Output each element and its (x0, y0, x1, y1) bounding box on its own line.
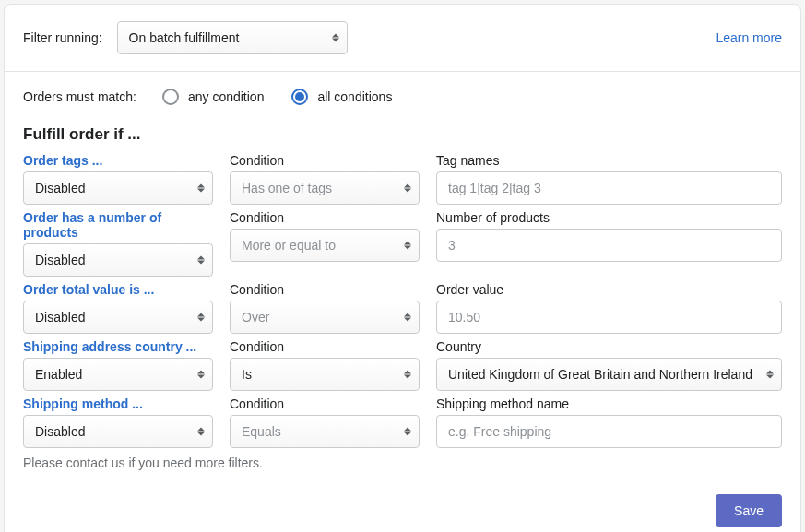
footer: Save (23, 494, 782, 527)
filter-row-total-value: Order total value is ... Disabled Condit… (23, 282, 782, 334)
save-button[interactable]: Save (716, 494, 782, 527)
filter-running-select[interactable]: On batch fulfillment (117, 21, 348, 54)
settings-card: Filter running: On batch fulfillment Lea… (4, 4, 801, 532)
condition-label: Condition (230, 339, 420, 354)
filter-running-group: Filter running: On batch fulfillment (23, 21, 348, 54)
enabled-select[interactable]: Disabled (23, 243, 213, 277)
updown-icon (197, 313, 205, 322)
learn-more-link[interactable]: Learn more (716, 30, 782, 45)
filter-title-link[interactable]: Order tags ... (23, 153, 213, 168)
condition-label: Condition (230, 282, 420, 297)
updown-icon (404, 184, 411, 193)
filter-row-shipping-country: Shipping address country ... Enabled Con… (23, 339, 782, 391)
radio-any-condition[interactable]: any condition (162, 89, 265, 105)
radio-all-conditions[interactable]: all conditions (291, 89, 392, 105)
filter-title-link[interactable]: Shipping method ... (23, 396, 213, 411)
section-title: Fulfill order if ... (23, 125, 782, 144)
filter-row-shipping-method: Shipping method ... Disabled Condition E… (23, 396, 782, 448)
condition-select[interactable]: Over (230, 301, 420, 334)
updown-icon (404, 428, 411, 436)
tag-names-input[interactable] (436, 171, 782, 205)
help-text: Please contact us if you need more filte… (23, 455, 782, 470)
match-radio-group: any condition all conditions (162, 89, 392, 105)
country-select[interactable]: United Kingdom of Great Britain and Nort… (436, 358, 782, 391)
filter-running-value: On batch fulfillment (129, 30, 240, 45)
value-label: Number of products (436, 210, 782, 225)
filter-title-link[interactable]: Shipping address country ... (23, 339, 213, 354)
updown-icon (404, 242, 411, 250)
card-body: Orders must match: any condition all con… (5, 72, 800, 532)
condition-label: Condition (230, 396, 420, 411)
filter-row-order-tags: Order tags ... Disabled Condition Has on… (23, 153, 782, 205)
filter-title-link[interactable]: Order total value is ... (23, 282, 213, 297)
value-label: Order value (436, 282, 782, 297)
radio-icon (162, 89, 179, 105)
card-header: Filter running: On batch fulfillment Lea… (5, 5, 800, 72)
condition-label: Condition (230, 153, 420, 168)
updown-icon (332, 34, 339, 42)
updown-icon (766, 371, 774, 379)
radio-all-label: all conditions (317, 89, 392, 104)
match-row: Orders must match: any condition all con… (23, 89, 782, 105)
condition-select[interactable]: Equals (230, 415, 420, 448)
condition-label: Condition (230, 210, 420, 225)
filter-title-link[interactable]: Order has a number of products (23, 210, 213, 240)
enabled-select[interactable]: Disabled (23, 171, 213, 205)
value-label: Shipping method name (436, 396, 782, 411)
enabled-select[interactable]: Disabled (23, 415, 213, 448)
radio-any-label: any condition (188, 89, 265, 104)
enabled-select[interactable]: Disabled (23, 301, 213, 334)
updown-icon (197, 428, 205, 436)
match-label: Orders must match: (23, 89, 136, 104)
value-label: Country (436, 339, 782, 354)
updown-icon (404, 371, 411, 379)
shipping-method-input[interactable] (436, 415, 782, 448)
filter-running-label: Filter running: (23, 30, 102, 45)
condition-select[interactable]: Has one of tags (230, 171, 420, 205)
condition-select[interactable]: Is (230, 358, 420, 391)
number-products-input[interactable] (436, 229, 782, 262)
updown-icon (197, 371, 205, 379)
enabled-select[interactable]: Enabled (23, 358, 213, 391)
order-value-input[interactable] (436, 301, 782, 334)
updown-icon (404, 313, 411, 322)
filter-row-number-products: Order has a number of products Disabled … (23, 210, 782, 277)
condition-select[interactable]: More or equal to (230, 229, 420, 262)
updown-icon (197, 256, 205, 265)
updown-icon (197, 184, 205, 193)
value-label: Tag names (436, 153, 782, 168)
radio-icon (291, 89, 308, 105)
